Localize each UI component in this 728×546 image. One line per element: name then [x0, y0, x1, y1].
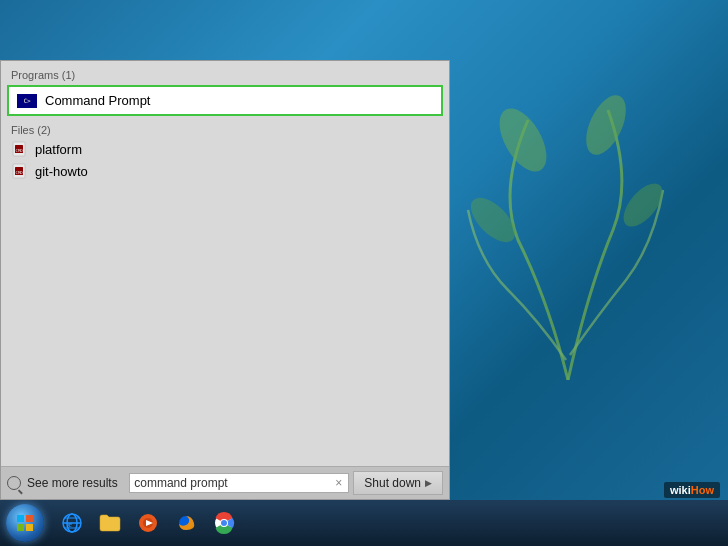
- svg-point-0: [490, 101, 556, 180]
- file-icon-platform: CMD: [11, 141, 27, 157]
- search-clear-button[interactable]: ×: [333, 476, 344, 490]
- file-item-git-howto[interactable]: CMD git-howto: [1, 160, 449, 182]
- start-menu: Programs (1) Command Prompt Files (2) CM…: [0, 60, 450, 500]
- media-taskbar-icon[interactable]: [130, 505, 166, 541]
- command-prompt-item[interactable]: Command Prompt: [7, 85, 443, 116]
- chrome-taskbar-icon[interactable]: [206, 505, 242, 541]
- svg-text:CMD: CMD: [16, 170, 24, 175]
- programs-section-header: Programs (1): [1, 65, 449, 83]
- file-git-howto-label: git-howto: [35, 164, 88, 179]
- firefox-taskbar-icon[interactable]: [168, 505, 204, 541]
- chrome-icon: [212, 511, 236, 535]
- shutdown-arrow-icon: ▶: [425, 478, 432, 488]
- folder-icon: [98, 511, 122, 535]
- svg-rect-10: [17, 515, 24, 522]
- file-icon-git-howto: CMD: [11, 163, 27, 179]
- start-orb: [6, 504, 44, 542]
- firefox-icon: [174, 511, 198, 535]
- svg-point-27: [221, 520, 227, 526]
- shutdown-label: Shut down: [364, 476, 421, 490]
- search-box[interactable]: ×: [129, 473, 349, 493]
- see-more-search-icon: [7, 476, 21, 490]
- start-menu-empty-area: [1, 182, 449, 462]
- shutdown-button[interactable]: Shut down ▶: [353, 471, 443, 495]
- command-prompt-label: Command Prompt: [45, 93, 150, 108]
- ie-taskbar-icon[interactable]: e: [54, 505, 90, 541]
- folder-taskbar-icon[interactable]: [92, 505, 128, 541]
- windows-logo-icon: [15, 513, 35, 533]
- svg-point-2: [463, 190, 522, 249]
- svg-point-3: [616, 177, 669, 234]
- file-platform-label: platform: [35, 142, 82, 157]
- how-text: How: [691, 484, 714, 496]
- svg-point-1: [578, 89, 634, 161]
- search-input[interactable]: [134, 476, 333, 490]
- media-player-icon: [136, 511, 160, 535]
- command-prompt-icon: [17, 94, 37, 108]
- svg-rect-12: [17, 524, 24, 531]
- taskbar-icons: e: [50, 505, 246, 541]
- start-menu-content: Programs (1) Command Prompt Files (2) CM…: [1, 61, 449, 466]
- start-button[interactable]: [0, 500, 50, 546]
- see-more-results[interactable]: See more results: [7, 476, 125, 490]
- desktop: wikiHow Programs (1) Command Prompt File…: [0, 0, 728, 546]
- see-more-label: See more results: [27, 476, 118, 490]
- file-item-platform[interactable]: CMD platform: [1, 138, 449, 160]
- start-menu-bottom-bar: See more results × Shut down ▶: [1, 466, 449, 499]
- wikihow-badge: wikiHow: [664, 482, 720, 498]
- taskbar: e: [0, 500, 728, 546]
- wiki-text: wiki: [670, 484, 691, 496]
- files-section-header: Files (2): [1, 118, 449, 138]
- svg-text:e: e: [68, 519, 72, 529]
- svg-text:CMD: CMD: [16, 148, 24, 153]
- svg-rect-13: [26, 524, 33, 531]
- svg-rect-11: [26, 515, 33, 522]
- desktop-decoration: [458, 60, 678, 380]
- ie-icon: e: [60, 511, 84, 535]
